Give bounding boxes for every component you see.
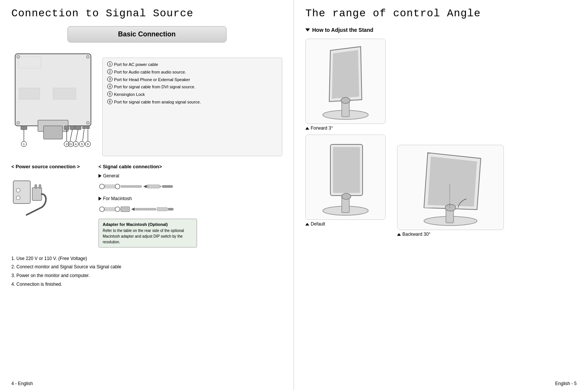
svg-rect-10 [83, 126, 86, 129]
power-section: < Power source connection > [11, 164, 87, 247]
adapter-box: Adapter for Macintosh (Optional) Refer t… [99, 219, 197, 247]
port-label-6: Port for signal cable from analog signal… [114, 99, 201, 106]
svg-point-85 [445, 204, 456, 211]
svg-rect-79 [333, 147, 360, 193]
diagram-area: 1 2 3 4 5 6 [11, 50, 282, 156]
right-title: The range of control Angle [305, 8, 577, 19]
svg-text:6: 6 [87, 143, 89, 146]
svg-point-30 [17, 55, 20, 58]
adapter-title: Adapter for Macintosh (Optional) [103, 221, 193, 228]
port-label-1: Port for AC power cable [114, 61, 158, 69]
default-svg [306, 135, 385, 218]
instructions: 1. Use 220 V or 110 V. (Free Voltage) 2.… [11, 254, 282, 289]
instruction-3: 3. Power on the monitor and computer. [11, 271, 282, 280]
svg-rect-9 [75, 126, 81, 130]
port-num-1: 1 [107, 61, 113, 67]
port-label-4: Port for signal cable from DVI signal so… [114, 83, 195, 91]
svg-rect-48 [121, 185, 142, 187]
svg-rect-37 [32, 188, 42, 200]
svg-text:4: 4 [75, 143, 77, 146]
left-title: Connection to Signal Source [11, 8, 282, 19]
svg-line-16 [83, 130, 84, 141]
svg-text:1: 1 [23, 143, 25, 146]
general-cable-diagram [99, 181, 282, 192]
port-num-2: 2 [107, 69, 113, 74]
svg-rect-39 [39, 185, 41, 188]
svg-rect-55 [105, 207, 115, 211]
svg-rect-11 [86, 126, 89, 129]
svg-rect-53 [162, 185, 172, 187]
signal-section: < Signal cable connection> General [99, 164, 282, 247]
svg-point-32 [17, 121, 20, 124]
how-to-title: How to Adjust the Stand [305, 27, 577, 33]
basic-connection-box: Basic Connection [67, 26, 227, 42]
port-num-4: 4 [107, 84, 113, 89]
svg-text:3: 3 [70, 143, 72, 146]
svg-line-14 [70, 130, 72, 141]
stand-col-left: Forward 3° [305, 39, 386, 227]
left-section: Connection to Signal Source Basic Connec… [0, 0, 294, 390]
backward-diagram-container: Backward 30° [397, 145, 504, 237]
port-label-2: Port for Audio cable from audio source. [114, 69, 186, 76]
instruction-2: 2. Connect monitor and Signal Source via… [11, 263, 282, 271]
port-labels-box: 1 Port for AC power cable 2 Port for Aud… [102, 58, 282, 156]
svg-point-35 [16, 188, 20, 192]
triangle-up-backward [397, 233, 401, 236]
svg-rect-34 [13, 181, 30, 204]
port-num-6: 6 [107, 99, 113, 104]
svg-marker-67 [131, 207, 134, 211]
svg-rect-68 [135, 208, 156, 210]
svg-point-61 [115, 207, 120, 212]
svg-rect-50 [147, 185, 160, 188]
svg-rect-8 [70, 126, 75, 130]
port-num-3: 3 [107, 77, 113, 82]
forward-svg [306, 39, 385, 122]
macintosh-cable-diagram [99, 204, 282, 215]
footer-right: English - 5 [555, 381, 577, 386]
general-title: General [99, 173, 282, 179]
forward-label: Forward 3° [305, 125, 386, 131]
svg-point-33 [86, 121, 89, 124]
footer-left: 4 - English [11, 381, 33, 386]
port-label-5: Kensington Lock [114, 91, 145, 99]
svg-rect-52 [160, 186, 161, 187]
triangle-up-default [305, 223, 309, 226]
svg-rect-69 [157, 207, 167, 211]
triangle-mac [99, 197, 102, 200]
bottom-area: < Power source connection > < Sig [11, 164, 282, 247]
default-label: Default [305, 221, 386, 227]
svg-marker-49 [143, 185, 147, 188]
svg-point-47 [115, 184, 120, 189]
port-label-3: Port for Head Phone or External Speaker [114, 76, 190, 84]
svg-point-80 [342, 193, 351, 199]
default-diagram-container: Default [305, 135, 386, 227]
power-title: < Power source connection > [11, 164, 87, 169]
forward-diagram-container: Forward 3° [305, 39, 386, 131]
signal-title: < Signal cable connection> [99, 164, 282, 169]
instruction-4: 4. Connection is finished. [11, 280, 282, 289]
svg-rect-70 [168, 208, 174, 210]
port-num-5: 5 [107, 91, 113, 97]
svg-marker-74 [332, 50, 359, 99]
svg-point-75 [341, 97, 350, 103]
svg-rect-51 [147, 186, 148, 187]
monitor-back-svg: 1 2 3 4 5 6 [11, 50, 95, 149]
instruction-1: 1. Use 220 V or 110 V. (Free Voltage) [11, 254, 282, 263]
svg-text:5: 5 [81, 143, 83, 146]
monitor-diagram: 1 2 3 4 5 6 [11, 50, 95, 156]
svg-rect-2 [19, 88, 40, 99]
svg-rect-7 [64, 126, 69, 130]
svg-rect-38 [35, 185, 37, 188]
basic-connection-label: Basic Connection [118, 30, 175, 38]
adapter-desc: Refer to the table on the rear side of t… [103, 228, 193, 245]
svg-rect-5 [44, 126, 63, 139]
triangle-up-forward [305, 127, 309, 130]
svg-point-54 [100, 207, 105, 212]
triangle-down-icon [305, 28, 310, 31]
forward-diagram-box [305, 39, 386, 124]
svg-point-31 [86, 55, 89, 58]
svg-point-36 [16, 196, 20, 200]
svg-point-40 [100, 184, 105, 189]
svg-line-15 [76, 130, 78, 141]
triangle-general [99, 174, 102, 178]
